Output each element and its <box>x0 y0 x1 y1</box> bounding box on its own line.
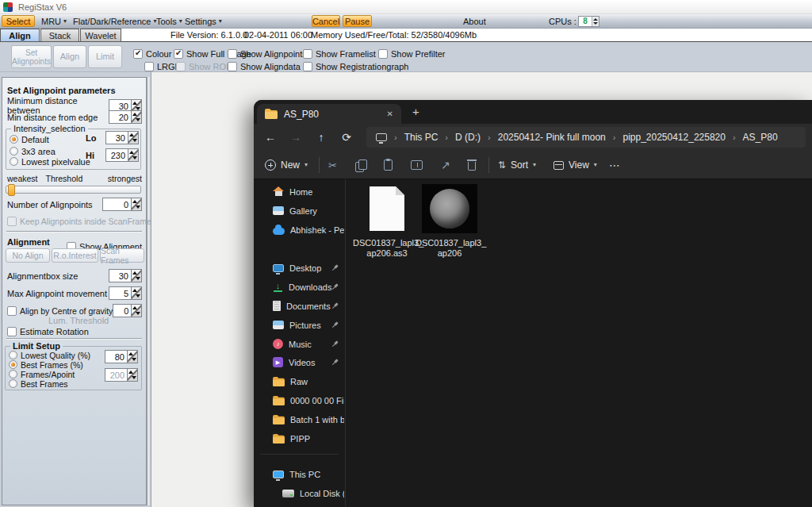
sidebar-item-home[interactable]: Home <box>254 182 344 201</box>
roi-button[interactable]: R.o.Interest <box>52 248 98 263</box>
align-button[interactable]: Align <box>53 45 86 68</box>
tab-close-icon[interactable]: ✕ <box>387 109 393 118</box>
home-icon <box>273 186 284 197</box>
checkbox-keep-alignpoints[interactable]: Keep Alignpoints inside ScanFrame <box>7 216 151 226</box>
radio-dot <box>9 379 17 388</box>
sidebar-item-music[interactable]: ♪ Music <box>254 335 344 353</box>
slider-thumb[interactable] <box>8 184 15 196</box>
refresh-icon[interactable]: ⟳ <box>338 129 355 145</box>
forward-icon[interactable]: → <box>287 129 304 145</box>
spin-updown-icon[interactable] <box>132 269 142 282</box>
breadcrumb-this-pc[interactable]: This PC <box>404 132 439 143</box>
copy-icon[interactable] <box>355 156 366 174</box>
delete-icon[interactable] <box>468 156 476 174</box>
sidebar-item-local-disk-c[interactable]: Local Disk (C:) <box>254 484 344 502</box>
pause-button[interactable]: Pause <box>343 15 372 27</box>
breadcrumb-drive-d[interactable]: D (D:) <box>455 132 481 143</box>
checkbox-colour[interactable]: Colour <box>133 48 171 59</box>
set-alignpoints-button[interactable]: Set Alignpoints <box>11 45 52 68</box>
spin-updown-icon[interactable] <box>132 286 142 300</box>
checkbox-show-framelist[interactable]: Show Framelist <box>303 48 376 59</box>
breadcrumb-as-p80[interactable]: AS_P80 <box>743 132 778 143</box>
new-button[interactable]: New ▾ <box>265 156 308 174</box>
checkbox-show-aligndata[interactable]: Show Aligndata <box>228 61 301 71</box>
sidebar-item-finals[interactable]: 0000 00 00 Finals <box>254 391 344 409</box>
num-alignpoints-stepper[interactable]: 0 <box>102 198 142 211</box>
quality-stepper[interactable]: 80 <box>105 350 138 363</box>
menu-tools[interactable]: Tools ▾ <box>156 15 182 28</box>
cpus-stepper[interactable]: 8 <box>578 16 599 27</box>
more-options-icon[interactable]: ⋯ <box>609 156 620 174</box>
menu-select[interactable]: Select <box>2 15 35 27</box>
explorer-tab-as-p80[interactable]: AS_P80 ✕ <box>257 104 401 124</box>
radio-lowest-pixelvalue[interactable]: Lowest pixelvalue <box>10 156 90 167</box>
breadcrumb-pipp[interactable]: pipp_20250412_225820 <box>622 132 725 143</box>
sidebar-item-onedrive[interactable]: Abhishek - Persona <box>254 221 344 239</box>
breadcrumb-pink-full-moon[interactable]: 20250412- Pink full moon <box>498 132 606 143</box>
menu-settings[interactable]: Settings ▾ <box>185 15 222 28</box>
max-movement-stepper[interactable]: 5 <box>109 286 142 300</box>
sidebar-item-videos[interactable]: ▶ Videos <box>254 353 344 371</box>
cpus-updown-icon[interactable] <box>592 17 599 26</box>
sidebar-item-pipp[interactable]: PIPP <box>254 429 344 447</box>
folder-icon <box>273 415 285 424</box>
limit-button[interactable]: Limit <box>88 45 122 68</box>
min-edge-stepper[interactable]: 20 <box>109 110 142 124</box>
cancel-button[interactable]: Cancel <box>312 15 340 27</box>
checkbox-show-prefilter[interactable]: Show Prefilter <box>378 48 445 59</box>
sidebar-item-documents[interactable]: Documents <box>254 297 344 315</box>
share-icon[interactable]: ↗ <box>441 156 450 174</box>
new-tab-button[interactable]: + <box>412 105 419 118</box>
radio-best-frames[interactable]: Best Frames <box>9 378 68 389</box>
menu-flat-dark-reference[interactable]: Flat/Dark/Reference ▾ <box>73 15 156 28</box>
intensity-selection-title: Intensity_selection <box>11 124 88 133</box>
checkbox-show-roi[interactable]: Show ROI <box>176 61 228 71</box>
desktop-icon <box>273 264 284 272</box>
radio-3x3-area[interactable]: 3x3 area <box>10 146 56 156</box>
cpus-value: 8 <box>579 17 592 26</box>
menu-mru[interactable]: MRU ▾ <box>41 15 67 28</box>
tab-align[interactable]: Align <box>0 29 40 42</box>
checkbox-centre-gravity[interactable]: Align by Centre of gravity <box>7 305 113 316</box>
spin-updown-icon[interactable] <box>128 131 139 144</box>
panel-splitter[interactable] <box>147 77 151 505</box>
divider <box>488 157 489 173</box>
lo-stepper[interactable]: 30 <box>105 131 139 144</box>
file-as3-point-map[interactable]: DSC01837_lapl3_ ap206.as3 <box>353 182 421 259</box>
sidebar-item-raw[interactable]: Raw <box>254 372 344 390</box>
spin-updown-icon[interactable] <box>132 198 142 211</box>
sidebar-item-desktop[interactable]: Desktop <box>254 259 344 277</box>
checkbox-estimate-rotation[interactable]: Estimate Rotation <box>7 326 89 336</box>
spin-updown-icon[interactable] <box>128 350 138 363</box>
scan-frames-button[interactable]: Scan Frames <box>100 248 144 263</box>
spin-updown-icon[interactable] <box>128 368 138 382</box>
sidebar-item-gallery[interactable]: Gallery <box>254 202 344 220</box>
file-moon-image[interactable]: DSC01837_lapl3_ ap206 <box>416 182 484 259</box>
sidebar-item-this-pc[interactable]: This PC <box>254 465 344 483</box>
tab-stack[interactable]: Stack <box>40 29 79 42</box>
paste-icon[interactable] <box>384 156 393 174</box>
back-icon[interactable]: ← <box>262 129 279 145</box>
view-button[interactable]: View ▾ <box>553 156 597 174</box>
tab-wavelet[interactable]: Wavelet <box>80 29 121 42</box>
menu-about[interactable]: About <box>463 15 486 28</box>
sidebar-item-pictures[interactable]: Pictures <box>254 316 344 334</box>
up-icon[interactable]: ↑ <box>312 129 330 145</box>
checkbox-show-registrationgraph[interactable]: Show Registrationgraph <box>303 61 408 71</box>
cut-icon[interactable]: ✂ <box>328 156 337 174</box>
breadcrumb[interactable]: › This PC › D (D:) › 20250412- Pink full… <box>366 127 806 148</box>
frames-stepper[interactable]: 200 <box>105 368 138 382</box>
alignmentbox-size-stepper[interactable]: 30 <box>109 269 142 282</box>
checkbox-show-alignpoints[interactable]: Show Alignpoints <box>228 48 307 59</box>
sort-button[interactable]: ⇅ Sort ▾ <box>498 156 536 174</box>
hi-stepper[interactable]: 230 <box>105 148 139 162</box>
radio-default[interactable]: Default <box>10 134 49 144</box>
spin-updown-icon[interactable] <box>132 110 142 124</box>
threshold-slider[interactable] <box>6 186 141 194</box>
rename-icon[interactable] <box>411 156 423 174</box>
sidebar-item-downloads[interactable]: ↓ Downloads <box>254 278 344 296</box>
spin-updown-icon[interactable] <box>128 148 139 162</box>
sidebar-item-batch1[interactable]: Batch 1 with boat s <box>254 410 344 428</box>
no-align-button[interactable]: No Align <box>6 248 50 263</box>
checkbox-box <box>133 49 143 59</box>
